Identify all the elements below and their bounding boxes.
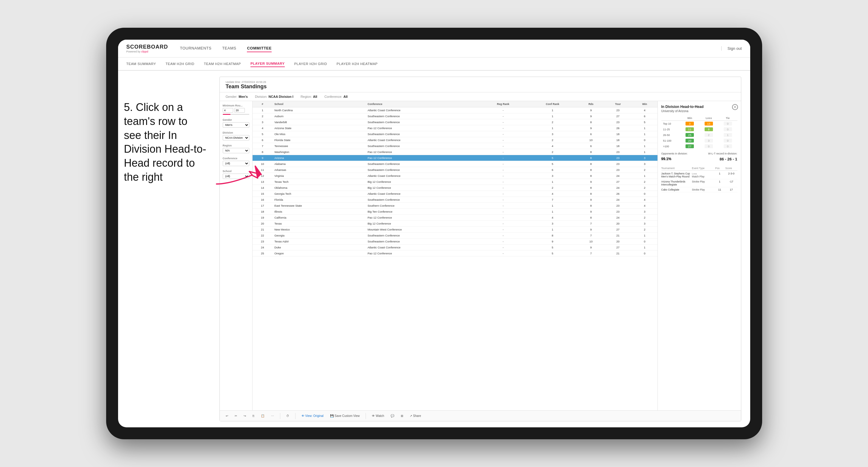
tournament-row: Cabo Collegiate Stroke Play 11 17	[661, 187, 737, 192]
gender-select[interactable]: Men's	[223, 122, 249, 128]
col-tour: Tour	[604, 101, 632, 107]
table-row[interactable]: 18 Illinois Big Ten Conference - 1 9 23 …	[253, 209, 657, 215]
standings-table: # School Conference Reg Rank Conf Rank R…	[253, 101, 657, 256]
table-row[interactable]: 21 New Mexico Mountain West Conference -…	[253, 227, 657, 232]
cell-tour: 24	[604, 173, 632, 179]
clock-button[interactable]: ⏱	[284, 413, 291, 418]
cell-win: 5	[632, 119, 657, 125]
h2h-table: Win Loss Tie Top 10 3 13 0 11-25 11 8	[661, 116, 737, 149]
cell-reg-rank: -	[479, 197, 527, 203]
save-custom-view-button[interactable]: 💾 Save Custom View	[328, 413, 362, 418]
table-row[interactable]: 15 Georgia Tech Atlantic Coast Conferenc…	[253, 191, 657, 197]
cell-school: Florida	[273, 197, 366, 203]
table-row[interactable]: 19 California Pac-12 Conference - 4 8 24…	[253, 215, 657, 221]
table-row[interactable]: 1 North Carolina Atlantic Coast Conferen…	[253, 107, 657, 113]
table-row[interactable]: 10 Alabama Southeastern Conference - 5 8…	[253, 161, 657, 167]
cell-rank: 11	[253, 167, 273, 173]
sign-out-button[interactable]: Sign out	[721, 46, 742, 51]
cell-tour: 27	[604, 227, 632, 232]
cell-conf-rank: 1	[527, 107, 578, 113]
sub-nav-player-h2h-heatmap[interactable]: PLAYER H2H HEATMAP	[337, 61, 378, 67]
min-rounds-input[interactable]	[223, 108, 233, 113]
col-reg-rank: Reg Rank	[479, 101, 527, 107]
cell-conf-rank: 2	[527, 149, 578, 155]
cell-tour: 21	[604, 250, 632, 256]
cell-rank: 19	[253, 215, 273, 221]
table-row[interactable]: 23 Texas A&M Southeastern Conference - 9…	[253, 239, 657, 245]
nav-teams[interactable]: TEAMS	[222, 45, 236, 52]
table-row[interactable]: 4 Arizona State Pac-12 Conference - 1 9 …	[253, 125, 657, 131]
table-row[interactable]: 8 Washington Pac-12 Conference - 2 8 23 …	[253, 149, 657, 155]
conference-select[interactable]: (All)	[223, 161, 249, 166]
sub-nav-player-h2h-grid[interactable]: PLAYER H2H GRID	[294, 61, 327, 67]
sub-nav-team-h2h-grid[interactable]: TEAM H2H GRID	[165, 61, 194, 67]
cut-button[interactable]: ✂	[233, 413, 239, 418]
watch-button[interactable]: 👁 Watch	[370, 413, 386, 418]
cell-win: 1	[632, 245, 657, 250]
cell-rds: 8	[578, 191, 604, 197]
sub-nav-team-summary[interactable]: TEAM SUMMARY	[126, 61, 156, 67]
cell-rank: 20	[253, 221, 273, 227]
nav-tournaments[interactable]: TOURNAMENTS	[180, 45, 212, 52]
table-row[interactable]: 20 Texas Big 12 Conference - 3 7 20 3	[253, 221, 657, 227]
tournament-pos: 1	[715, 180, 724, 183]
view-original-button[interactable]: 👁 View: Original	[300, 413, 326, 418]
sub-nav-team-h2h-heatmap[interactable]: TEAM H2H HEATMAP	[204, 61, 241, 67]
more-button[interactable]: ⋯	[269, 413, 276, 418]
redo-button[interactable]: ↪	[242, 413, 248, 418]
table-row[interactable]: 6 Florida State Atlantic Coast Conferenc…	[253, 137, 657, 143]
cell-rds: 9	[578, 179, 604, 185]
cell-win: 3	[632, 209, 657, 215]
table-row[interactable]: 12 Virginia Atlantic Coast Conference - …	[253, 173, 657, 179]
paste-button[interactable]: 📋	[259, 413, 266, 418]
col-conf-rank: Conf Rank	[527, 101, 578, 107]
table-row[interactable]: 25 Oregon Pac-12 Conference - 5 7 21 0	[253, 250, 657, 256]
min-rounds-slider[interactable]	[223, 114, 249, 115]
school-select[interactable]: (All)	[223, 174, 249, 179]
update-time: Update time: 27/03/2024 16:56:26	[226, 81, 267, 84]
cell-tour: 20	[604, 239, 632, 245]
grid-button[interactable]: ⊞	[399, 413, 405, 418]
min-rounds-max-input[interactable]	[235, 108, 245, 113]
annotation-text: 5. Click on a team's row to see their In…	[124, 100, 208, 184]
undo-button[interactable]: ↩	[224, 413, 230, 418]
gender-group: Gender Men's	[223, 118, 249, 128]
top-nav-links: TOURNAMENTS TEAMS COMMITTEE	[180, 45, 721, 52]
close-h2h-button[interactable]: ✕	[732, 104, 738, 110]
table-row[interactable]: 24 Duke Atlantic Coast Conference - 5 9 …	[253, 245, 657, 250]
region-select[interactable]: N/A	[223, 148, 249, 153]
table-row[interactable]: 16 Florida Southeastern Conference - 7 9…	[253, 197, 657, 203]
table-row[interactable]: 5 Ole Miss Southeastern Conference - 3 6…	[253, 131, 657, 137]
table-row[interactable]: 7 Tennessee Southeastern Conference - 4 …	[253, 143, 657, 149]
cell-reg-rank: -	[479, 119, 527, 125]
division-select[interactable]: NCAA Division I	[223, 135, 249, 141]
sub-nav-player-summary[interactable]: PLAYER SUMMARY	[250, 61, 285, 67]
cell-reg-rank: -	[479, 203, 527, 209]
cell-conference: Pac-12 Conference	[366, 250, 479, 256]
table-row[interactable]: 3 Vanderbilt Southeastern Conference - 2…	[253, 119, 657, 125]
table-row[interactable]: 9 Arizona Pac-12 Conference - 5 8 23 3	[253, 155, 657, 161]
main-content: 5. Click on a team's row to see their In…	[118, 71, 750, 427]
table-row[interactable]: 22 Georgia Southeastern Conference - 8 7…	[253, 232, 657, 239]
cell-reg-rank: -	[479, 161, 527, 167]
cell-conf-rank: 1	[527, 209, 578, 215]
cell-rds: 6	[578, 143, 604, 149]
cell-conference: Southeastern Conference	[366, 167, 479, 173]
cell-conf-rank: 1	[527, 125, 578, 131]
share-button[interactable]: ↗ Share	[408, 413, 423, 418]
cell-win: 1	[632, 149, 657, 155]
table-row[interactable]: 11 Arkansas Southeastern Conference - 6 …	[253, 167, 657, 173]
table-row[interactable]: 14 Oklahoma Big 12 Conference - 2 8 24 2	[253, 185, 657, 191]
copy-button[interactable]: ⎘	[251, 413, 256, 418]
nav-committee[interactable]: COMMITTEE	[247, 45, 272, 52]
table-row[interactable]: 13 Texas Tech Big 12 Conference - 1 9 27…	[253, 179, 657, 185]
cell-school: Texas	[273, 221, 366, 227]
table-row[interactable]: 2 Auburn Southeastern Conference - 1 9 2…	[253, 113, 657, 119]
cell-rds: 7	[578, 221, 604, 227]
cell-tour: 27	[604, 113, 632, 119]
cell-conf-rank: 3	[527, 131, 578, 137]
comment-button[interactable]: 💬	[389, 413, 396, 418]
gender-filter: Gender: Men's	[226, 95, 248, 98]
table-row[interactable]: 17 East Tennessee State Southern Confere…	[253, 203, 657, 209]
cell-school: East Tennessee State	[273, 203, 366, 209]
